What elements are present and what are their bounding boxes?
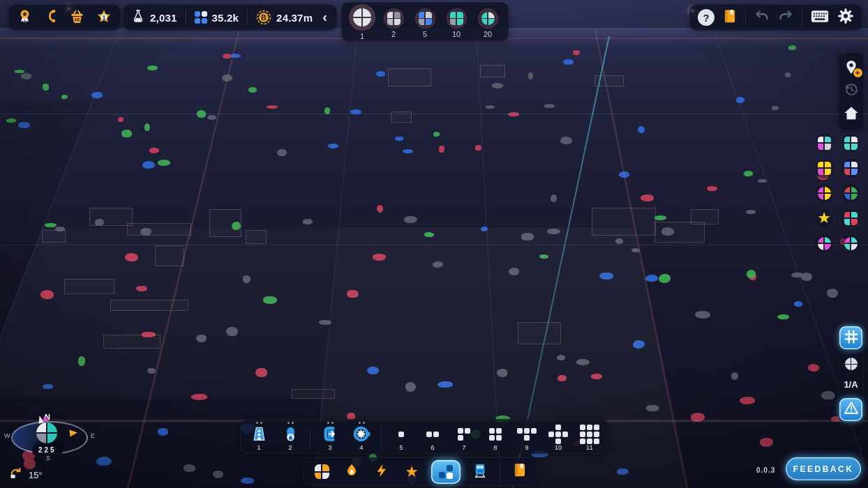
milestone-badge-6[interactable] [840, 183, 861, 204]
compass[interactable]: N W E S 225 [3, 413, 100, 464]
resource-blob-gray [243, 275, 250, 283]
view-rail: + [838, 52, 864, 130]
divider [310, 426, 310, 449]
hotbar-slot-4[interactable]: 4 [350, 421, 373, 451]
compass-arrow-icon [70, 429, 78, 436]
category-wonders-button[interactable]: ★ [401, 462, 422, 482]
history-button[interactable] [844, 82, 859, 100]
hotbar-slot-3[interactable]: 3 [318, 421, 342, 451]
hotbar-slot-2[interactable]: 2 [278, 421, 302, 451]
category-trains-button[interactable] [470, 462, 491, 482]
factory-structure [691, 209, 719, 224]
shape-goal-10[interactable]: 10 [444, 3, 469, 38]
milestone-badge-4[interactable] [840, 158, 861, 178]
resource-blob-green [232, 222, 241, 230]
grid-icon [844, 329, 859, 347]
feedback-button[interactable]: FEEDBACK [786, 457, 861, 480]
hotbar-slot-5[interactable]: 5 [389, 421, 413, 451]
shape-goal-amount: 20 [484, 30, 492, 38]
shape-goal-5[interactable]: 5 [412, 3, 437, 38]
category-fluids-button[interactable] [341, 462, 362, 482]
resource-blob-green [539, 254, 548, 259]
resource-blob-gray [801, 273, 812, 281]
category-knowledge-button[interactable] [509, 462, 530, 482]
resource-blob-red [591, 374, 601, 379]
undo-button[interactable] [754, 8, 770, 26]
collapse-resources-button[interactable]: ‹ [321, 10, 329, 26]
hotbar-slot-11[interactable]: 11 [578, 421, 601, 451]
shape-goal-amount: 10 [452, 30, 461, 38]
output-icon [322, 425, 339, 443]
category-platforms-button[interactable] [431, 460, 461, 484]
home-icon [843, 105, 860, 123]
shape-goal-20[interactable]: 20 [475, 3, 500, 38]
resource-blob-gray [21, 73, 31, 79]
shop-button[interactable] [69, 8, 85, 27]
shortcuts-button[interactable] [811, 10, 829, 26]
compass-south: S [46, 455, 50, 462]
milestone-badge-1[interactable] [814, 132, 835, 153]
medal-icon [17, 8, 33, 27]
milestone-badge-8[interactable] [840, 208, 861, 229]
routes-button[interactable] [43, 8, 59, 26]
hotbar-slot-7[interactable]: 7 [452, 421, 476, 451]
tilt-value: 15° [29, 470, 43, 480]
resource-blob-red [475, 145, 482, 150]
platform-shape-icon [548, 425, 568, 443]
shape-goal-1[interactable]: 1 [350, 3, 375, 40]
help-button[interactable]: ? [698, 9, 714, 26]
hotbar-number: 5 [399, 444, 403, 451]
milestone-badge-5[interactable] [814, 183, 835, 204]
pump-icon [282, 425, 299, 443]
divider [186, 9, 186, 26]
resource-blob-gray [528, 73, 534, 79]
resource-blob-gray [222, 75, 232, 82]
milestone-badge-2[interactable] [840, 132, 861, 153]
resource-blob-red [191, 394, 207, 399]
resource-blob-green [158, 160, 170, 166]
resource-blob-green [78, 356, 85, 366]
factory-structure [64, 279, 114, 294]
resource-blob-gray [140, 228, 151, 236]
shape-icon [447, 8, 467, 29]
train-icon [472, 463, 488, 481]
compass-east: E [91, 432, 95, 439]
resource-blob-red [40, 290, 54, 299]
resource-blob-gray [551, 195, 557, 203]
milestone-badge-10[interactable] [840, 233, 861, 254]
resource-blob-gray [509, 268, 519, 275]
shape-goal-2[interactable]: 2 [381, 3, 406, 38]
milestone-badge-3[interactable] [814, 158, 835, 178]
resource-blob-red [136, 286, 147, 291]
grid-toggle-button[interactable] [839, 326, 862, 349]
resource-blob-gray [147, 368, 155, 374]
rank-button[interactable]: 1 [96, 9, 112, 26]
redo-button[interactable] [778, 8, 793, 26]
building-hotbar: 1234567891011 [240, 419, 608, 454]
home-button[interactable] [843, 105, 860, 123]
resource-blob-gray [772, 106, 779, 110]
resource-blob-red [439, 146, 444, 153]
resource-blob-green [424, 232, 433, 237]
hotbar-slot-6[interactable]: 6 [421, 421, 444, 451]
shape-overlay-button[interactable] [845, 358, 858, 370]
category-energy-button[interactable] [371, 462, 392, 482]
hotbar-number: 9 [525, 444, 528, 451]
history-clock-icon [844, 82, 859, 100]
hotbar-slot-8[interactable]: 8 [484, 421, 507, 451]
achievements-button[interactable] [17, 8, 33, 27]
category-shapes-button[interactable] [311, 462, 332, 482]
resource-blob-red [149, 148, 159, 153]
shape-icon [844, 237, 858, 250]
knowledge-button[interactable] [723, 8, 737, 27]
hotbar-slot-9[interactable]: 9 [515, 421, 539, 451]
game-viewport[interactable]: 1 2,031 35.2k B 24.37m ‹ [0, 0, 868, 488]
milestone-badge-7[interactable]: ★ [814, 208, 835, 229]
milestone-badge-9[interactable] [814, 233, 835, 254]
alerts-button[interactable] [839, 398, 862, 421]
settings-button[interactable] [837, 8, 854, 27]
hotbar-slot-1[interactable]: 1 [247, 421, 271, 451]
add-waypoint-button[interactable]: + [844, 59, 859, 76]
star-icon: ★ [405, 464, 419, 480]
hotbar-slot-10[interactable]: 10 [546, 421, 570, 451]
